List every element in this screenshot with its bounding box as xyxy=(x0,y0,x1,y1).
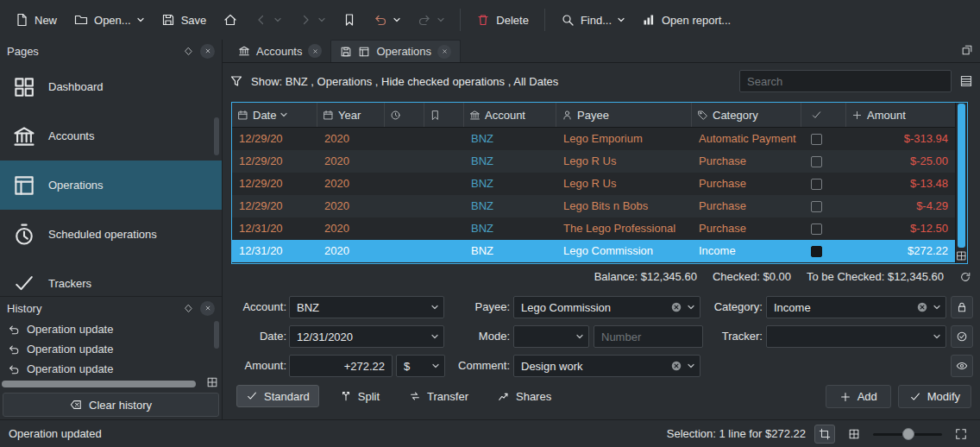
fast-edition-button[interactable] xyxy=(951,355,973,377)
sidebar-item-accounts[interactable]: Accounts xyxy=(0,111,222,161)
tab-close-button[interactable] xyxy=(308,44,322,58)
sidebar-item-trackers[interactable]: Trackers xyxy=(0,259,222,296)
column-header-category[interactable]: Category xyxy=(692,103,801,127)
column-header-year[interactable]: Year xyxy=(317,103,385,127)
transfer-type-button[interactable]: Transfer xyxy=(400,385,477,407)
table-row[interactable]: 12/29/20 2020 BNZ Lego R Us Purchase $-2… xyxy=(232,150,955,173)
payee-combobox[interactable]: Lego Commission xyxy=(513,296,700,318)
open-report-button[interactable]: Open report... xyxy=(634,7,738,33)
amount-input[interactable] xyxy=(289,355,393,377)
column-header-checked[interactable] xyxy=(801,103,846,127)
date-combobox[interactable]: 12/31/2020 xyxy=(289,325,444,348)
mode-combobox[interactable] xyxy=(513,325,589,348)
checked-checkbox[interactable] xyxy=(811,179,822,190)
column-header-bookmark[interactable] xyxy=(424,103,464,127)
modify-button[interactable]: Modify xyxy=(898,385,971,408)
bookmark-button[interactable] xyxy=(335,7,364,33)
save-label: Save xyxy=(181,14,207,27)
save-button[interactable]: Save xyxy=(154,7,215,33)
unit-combobox[interactable]: $ xyxy=(396,355,445,377)
close-panel-button[interactable] xyxy=(200,301,215,316)
table-settings-button[interactable] xyxy=(844,425,864,444)
find-button[interactable]: Find... xyxy=(553,7,632,33)
clear-history-button[interactable]: Clear history xyxy=(3,393,219,417)
home-button[interactable] xyxy=(216,7,245,33)
number-input[interactable] xyxy=(594,325,703,348)
shares-type-button[interactable]: Shares xyxy=(489,385,560,407)
history-item[interactable]: Operation update xyxy=(0,359,222,379)
float-panel-icon[interactable] xyxy=(183,303,194,314)
pages-scrollbar[interactable] xyxy=(214,117,219,155)
column-header-account[interactable]: Account xyxy=(464,103,556,127)
close-panel-button[interactable] xyxy=(200,44,215,59)
history-item[interactable]: Operation update xyxy=(0,319,222,339)
table-scrollbar-thumb[interactable] xyxy=(958,104,965,248)
detach-tab-icon[interactable] xyxy=(961,44,973,56)
checked-checkbox[interactable] xyxy=(811,201,822,212)
freeze-button[interactable] xyxy=(951,296,973,318)
category-combobox[interactable]: Income xyxy=(766,296,946,318)
column-header-schedule[interactable] xyxy=(385,103,424,127)
column-header-amount[interactable]: Amount xyxy=(846,103,955,127)
pages-panel-title: Pages xyxy=(7,45,177,58)
checked-checkbox[interactable] xyxy=(811,224,822,235)
table-row[interactable]: 12/31/20 2020 BNZ The Lego Professional … xyxy=(232,217,955,240)
open-button[interactable]: Open... xyxy=(66,7,152,33)
table-row-selected[interactable]: 12/31/20 2020 BNZ Lego Commission Income… xyxy=(232,240,955,262)
float-panel-icon[interactable] xyxy=(183,46,194,57)
validate-button[interactable] xyxy=(951,325,973,348)
history-scrollbar[interactable] xyxy=(214,321,219,349)
zoom-slider[interactable] xyxy=(873,425,942,444)
sidebar-item-dashboard[interactable]: Dashboard xyxy=(0,62,222,111)
redo-button[interactable] xyxy=(410,7,452,33)
new-button[interactable]: New xyxy=(7,7,65,33)
clear-field-icon[interactable] xyxy=(916,301,928,313)
table-row[interactable]: 12/29/20 2020 BNZ Lego R Us Purchase $-1… xyxy=(232,173,955,195)
comment-combobox[interactable]: Design work xyxy=(513,355,700,377)
history-item[interactable]: Operation update xyxy=(0,339,222,359)
sidebar: Pages Dashboard Accounts Operations Sche… xyxy=(0,40,223,419)
zoom-slider-handle[interactable] xyxy=(902,428,914,440)
tab-close-button[interactable] xyxy=(437,45,451,59)
history-horizontal-scrollbar[interactable] xyxy=(2,380,201,388)
history-item-label: Operation update xyxy=(27,343,113,356)
zoom-fit-button[interactable] xyxy=(951,425,971,444)
main-area: Accounts Operations Show: BNZ , Operatio… xyxy=(223,40,980,419)
tab-accounts[interactable]: Accounts xyxy=(229,40,330,62)
undo-icon xyxy=(374,13,387,27)
add-button[interactable]: Add xyxy=(826,385,891,408)
history-horizontal-scrollbar-thumb[interactable] xyxy=(2,381,196,387)
clear-field-icon[interactable] xyxy=(670,301,682,313)
history-configure-icon[interactable] xyxy=(206,376,218,388)
date-label: Date: xyxy=(223,325,286,348)
checked-checkbox[interactable] xyxy=(811,246,822,257)
checked-checkbox[interactable] xyxy=(811,134,822,145)
forward-button[interactable] xyxy=(291,7,333,33)
table-row[interactable]: 12/29/20 2020 BNZ Lego Emporium Automati… xyxy=(232,128,955,150)
history-list: Operation update Operation update Operat… xyxy=(0,319,222,379)
configure-columns-button[interactable] xyxy=(956,249,967,263)
tab-operations[interactable]: Operations xyxy=(330,40,461,62)
open-report-label: Open report... xyxy=(662,14,731,27)
table-scrollbar[interactable] xyxy=(955,103,967,263)
split-type-button[interactable]: Split xyxy=(331,385,388,407)
view-configure-icon[interactable] xyxy=(959,74,973,88)
clear-field-icon[interactable] xyxy=(670,360,682,372)
sidebar-item-operations[interactable]: Operations xyxy=(0,161,222,210)
delete-button[interactable]: Delete xyxy=(468,7,537,33)
standard-type-button[interactable]: Standard xyxy=(236,385,319,407)
account-combobox[interactable]: BNZ xyxy=(289,296,444,318)
search-input[interactable] xyxy=(739,70,952,92)
tracker-combobox[interactable] xyxy=(766,325,946,348)
refresh-icon[interactable] xyxy=(959,271,971,283)
find-label: Find... xyxy=(581,14,612,27)
undo-button[interactable] xyxy=(366,7,408,33)
column-header-payee[interactable]: Payee xyxy=(556,103,692,127)
column-header-date[interactable]: Date xyxy=(232,103,317,127)
table-row[interactable]: 12/29/20 2020 BNZ Lego Bits n Bobs Purch… xyxy=(232,195,955,217)
back-button[interactable] xyxy=(247,7,289,33)
checked-checkbox[interactable] xyxy=(811,156,822,167)
sidebar-item-scheduled-operations[interactable]: Scheduled operations xyxy=(0,210,222,259)
chevron-down-icon xyxy=(933,334,940,339)
auto-resize-button[interactable] xyxy=(814,425,835,444)
